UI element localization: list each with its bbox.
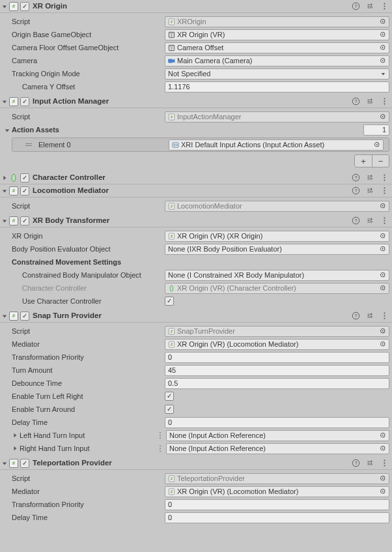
svg-point-4 <box>384 8 385 10</box>
object-field[interactable]: None (Input Action Reference) <box>166 430 389 441</box>
object-picker-icon[interactable] <box>378 283 387 293</box>
enable-checkbox[interactable] <box>20 2 29 11</box>
component-header-locomediator[interactable]: # Locomotion Mediator ? <box>0 184 392 197</box>
object-picker-icon[interactable] <box>372 140 382 149</box>
foldout-toggle[interactable] <box>1 313 8 319</box>
checkbox-field[interactable] <box>165 392 174 401</box>
object-picker-icon[interactable] <box>378 43 387 52</box>
object-picker-icon[interactable] <box>378 30 387 39</box>
dropdown-field[interactable]: Not Specified <box>165 68 389 80</box>
object-field[interactable]: Main Camera (Camera) <box>165 55 389 66</box>
number-field[interactable]: 0 <box>165 352 389 363</box>
object-field[interactable]: None (IXR Body Position Evaluator) <box>165 244 389 255</box>
number-field[interactable]: 0 <box>165 512 389 523</box>
number-field[interactable]: 1.1176 <box>165 81 389 93</box>
number-field[interactable]: 0 <box>165 417 389 428</box>
foldout-toggle[interactable] <box>1 460 8 467</box>
preset-icon[interactable] <box>365 216 375 226</box>
object-picker-icon[interactable] <box>378 231 387 240</box>
help-icon[interactable]: ? <box>350 1 361 12</box>
enable-checkbox[interactable] <box>20 459 29 468</box>
context-menu-icon[interactable] <box>379 216 389 226</box>
component-header-inputaction[interactable]: # Input Action Manager ? <box>0 95 392 108</box>
object-picker-icon[interactable] <box>378 474 387 483</box>
help-icon[interactable]: ? <box>350 96 361 107</box>
preset-icon[interactable] <box>365 186 375 196</box>
object-field[interactable]: #XR Origin (VR) (Locomotion Mediator) <box>165 339 389 350</box>
enable-checkbox[interactable] <box>20 216 29 225</box>
component-header-bodytransformer[interactable]: # XR Body Transformer ? <box>0 214 392 227</box>
foldout-toggle[interactable] <box>1 175 8 181</box>
component-snapturn: # Snap Turn Provider ? Script #SnapTurnP… <box>0 310 392 457</box>
help-icon[interactable]: ? <box>350 186 361 196</box>
object-picker-icon[interactable] <box>378 112 387 121</box>
component-locomediator: # Locomotion Mediator ? Script #Locomoti… <box>0 184 392 214</box>
object-field[interactable]: #XR Origin (VR) (Locomotion Mediator) <box>165 486 389 497</box>
object-picker-icon[interactable] <box>378 431 387 440</box>
object-field[interactable]: XRI Default Input Actions (Input Action … <box>169 139 384 151</box>
list-count-field[interactable]: 1 <box>363 124 389 136</box>
foldout-toggle[interactable] <box>1 188 8 194</box>
preset-icon[interactable] <box>365 96 375 107</box>
list-foldout[interactable] <box>4 127 10 134</box>
context-menu-icon[interactable] <box>379 186 389 196</box>
object-picker-icon[interactable] <box>378 56 387 65</box>
component-title: XR Body Transformer <box>33 217 350 225</box>
context-menu-icon[interactable] <box>379 458 389 469</box>
component-header-teleport[interactable]: # Teleportation Provider ? <box>0 457 392 470</box>
property-label: XR Origin <box>12 233 165 240</box>
component-header-snapturn[interactable]: # Snap Turn Provider ? <box>0 310 392 323</box>
object-field[interactable]: None (Input Action Reference) <box>166 443 389 454</box>
context-menu-icon[interactable] <box>379 1 389 12</box>
preset-icon[interactable] <box>365 311 375 321</box>
number-field[interactable]: 45 <box>165 365 389 376</box>
component-header-charcontroller[interactable]: Character Controller ? <box>0 171 392 184</box>
checkbox-field[interactable] <box>165 405 174 414</box>
context-menu-icon[interactable] <box>379 96 389 107</box>
enable-checkbox[interactable] <box>20 312 29 321</box>
asset-icon <box>172 141 179 149</box>
foldout-toggle[interactable] <box>1 3 8 10</box>
element-label: Element 0 <box>38 141 169 149</box>
object-field[interactable]: #XR Origin (VR) (XR Origin) <box>165 231 389 242</box>
help-icon[interactable]: ? <box>350 458 361 469</box>
preset-icon[interactable] <box>365 1 375 12</box>
list-add-button[interactable]: + <box>355 155 372 167</box>
object-picker-icon[interactable] <box>378 201 387 211</box>
object-picker-icon[interactable] <box>378 327 387 336</box>
help-icon[interactable]: ? <box>350 216 361 226</box>
preset-icon[interactable] <box>365 173 375 183</box>
object-picker-icon[interactable] <box>378 17 387 26</box>
object-picker-icon[interactable] <box>378 487 387 496</box>
component-title: Teleportation Provider <box>33 459 350 467</box>
checkbox-field[interactable] <box>165 297 174 306</box>
enable-checkbox[interactable] <box>20 97 29 106</box>
property-label: Delay Time <box>12 419 165 426</box>
number-field[interactable]: 0.5 <box>165 378 389 389</box>
drag-handle-icon[interactable] <box>25 141 32 148</box>
foldout-toggle[interactable] <box>1 218 8 224</box>
svg-point-30 <box>174 144 175 145</box>
enable-checkbox[interactable] <box>20 173 29 182</box>
object-picker-icon[interactable] <box>378 444 387 453</box>
object-picker-icon[interactable] <box>378 340 387 349</box>
object-picker-icon[interactable] <box>378 270 387 280</box>
heading-row: Constrained Movement Settings <box>0 256 392 268</box>
component-header-xrorigin[interactable]: # XR Origin ? <box>0 0 392 13</box>
property-foldout[interactable] <box>12 432 18 439</box>
number-field[interactable]: 0 <box>165 499 389 510</box>
context-menu-icon[interactable] <box>379 173 389 183</box>
object-picker-icon[interactable] <box>378 244 387 254</box>
help-icon[interactable]: ? <box>350 311 361 321</box>
foldout-toggle[interactable] <box>1 98 8 105</box>
list-remove-button[interactable]: − <box>372 155 389 167</box>
property-foldout[interactable] <box>12 445 18 452</box>
object-field[interactable]: Camera Offset <box>165 42 389 53</box>
object-field[interactable]: XR Origin (VR) <box>165 29 389 40</box>
context-menu-icon[interactable] <box>379 311 389 321</box>
enable-checkbox[interactable] <box>20 186 29 196</box>
help-icon[interactable]: ? <box>350 173 361 183</box>
list-element-0[interactable]: Element 0 XRI Default Input Actions (Inp… <box>12 138 389 152</box>
preset-icon[interactable] <box>365 458 375 469</box>
object-field[interactable]: None (I Constrained XR Body Manipulator) <box>165 270 389 281</box>
